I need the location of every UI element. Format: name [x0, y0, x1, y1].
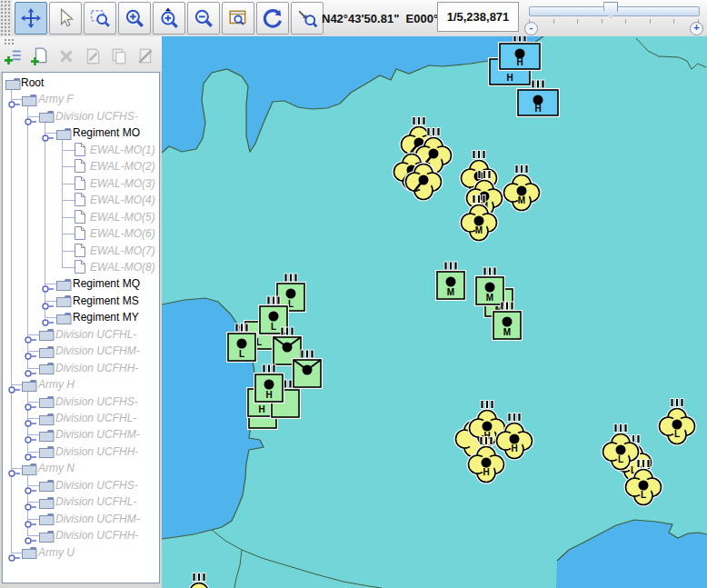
zoom-in-button[interactable] [118, 2, 151, 35]
delete-button [56, 45, 76, 67]
map-canvas[interactable]: HHHMMMMMMMLLLLHHHHHLLLL [162, 36, 707, 588]
tree-node-ewal-mo-8-[interactable]: EWAL-MO(8) [3, 259, 159, 275]
echelon-marks-III [501, 302, 513, 310]
tree-node-regiment-mq[interactable]: Regiment MQ [3, 275, 159, 292]
tree-toolbar-gripper[interactable] [4, 38, 15, 45]
tree-node-army-h[interactable]: Army H [3, 376, 159, 393]
echelon-marks-III [515, 165, 528, 174]
refresh-icon [262, 7, 284, 29]
echelon-marks-III [637, 460, 650, 468]
unit-letter: L [239, 349, 244, 359]
tree-node-army-u[interactable]: Army U [3, 544, 159, 561]
zoom-rect-button[interactable] [84, 2, 116, 35]
tree-node-label: EWAL-MO(6) [90, 227, 155, 240]
overview-button[interactable] [222, 2, 254, 35]
tree-node-label: Division UCFHL- [55, 328, 136, 341]
tree-node-label: Division UCFHM- [55, 428, 140, 441]
echelon-marks-III [281, 327, 294, 335]
tree-node-ewal-mo-7-[interactable]: EWAL-MO(7) [3, 243, 159, 259]
zoom-out-button[interactable] [187, 2, 220, 35]
tree-node-label: Regiment MS [73, 294, 139, 307]
tree-node-label: EWAL-MO(8) [90, 261, 155, 274]
tree-node-label: EWAL-MO(5) [90, 211, 155, 224]
slider-tick [553, 19, 554, 24]
tree-node-regiment-my[interactable]: Regiment MY [3, 309, 159, 325]
tree-node-regiment-mo[interactable]: Regiment MO [3, 125, 159, 141]
zoom-in-step-button[interactable] [153, 2, 185, 35]
unit-letter: M [503, 327, 511, 337]
tree-node-army-n[interactable]: Army N [3, 460, 159, 476]
zoom-selection-button[interactable] [291, 2, 324, 35]
tree-toolbar [0, 36, 162, 72]
echelon-marks-III [508, 414, 521, 422]
echelon-marks-III [481, 401, 493, 409]
scenario-sidebar: RootArmy FDivision UCFHS-Regiment MOEWAL… [0, 36, 162, 588]
echelon-marks-III [235, 324, 248, 332]
unit-letter: L [641, 490, 646, 500]
unit-letter: H [534, 104, 541, 114]
echelon-marks-III [263, 364, 275, 373]
refresh-button[interactable] [256, 2, 289, 35]
tree-node-label: Army U [38, 546, 75, 559]
echelon-marks-III [427, 128, 440, 136]
unit-letter: H [483, 467, 489, 477]
echelon-marks-III [473, 195, 485, 204]
map-view[interactable]: HHHMMMMMMMLLLLHHHHHLLLL [162, 36, 707, 588]
tree-node-label: Regiment MQ [73, 277, 140, 290]
slider-tick [698, 19, 699, 24]
toolbar-gripper[interactable] [0, 0, 12, 36]
unit-letter: L [271, 322, 276, 332]
tree-node-root[interactable]: Root [3, 75, 159, 91]
document-icon [75, 159, 85, 176]
map-scale-readout: 1/5,238,871 [437, 2, 519, 32]
tree-node-ewal-mo-3-[interactable]: EWAL-MO(3) [3, 175, 159, 192]
tree-node-label: EWAL-MO(3) [90, 177, 155, 190]
tree-node-ewal-mo-2-[interactable]: EWAL-MO(2) [3, 158, 159, 174]
tree-node-label: Division UCFHH- [55, 445, 138, 458]
echelon-marks-III [413, 117, 425, 125]
echelon-marks-III [513, 36, 526, 42]
main-toolbar: N42°43'50.81" E000°53'07.97" 1/5,238,871… [0, 0, 707, 37]
order-of-battle-tree[interactable]: RootArmy FDivision UCFHS-Regiment MOEWAL… [2, 72, 160, 583]
unit-letter: L [618, 454, 623, 464]
unit-letter: H [516, 57, 523, 67]
tree-node-regiment-ms[interactable]: Regiment MS [3, 293, 159, 309]
tree-expand-handle[interactable] [8, 549, 21, 565]
zoom-plus-button[interactable]: + [690, 22, 703, 35]
tree-node-ewal-mo-1-[interactable]: EWAL-MO(1) [3, 142, 159, 158]
select-button[interactable] [49, 2, 82, 35]
echelon-marks-III [614, 424, 627, 433]
unit-letter: M [486, 293, 493, 303]
tree-node-label: Division UCFHH- [55, 529, 138, 542]
zoom-selection-icon [296, 7, 318, 29]
document-icon [75, 143, 85, 160]
tree-node-label: Division UCFHS- [55, 110, 138, 123]
unit-letter: M [447, 287, 454, 297]
unit-letter: H [258, 404, 264, 414]
tree-node-ewal-mo-6-[interactable]: EWAL-MO(6) [3, 225, 159, 242]
folder-icon [22, 546, 37, 563]
slider-tick [673, 19, 674, 24]
tree-node-label: Root [21, 76, 44, 89]
echelon-marks-III [532, 80, 544, 88]
tree-node-label: EWAL-MO(4) [90, 194, 155, 206]
unit-letter: H [511, 443, 517, 453]
document-icon [75, 176, 85, 194]
add-group-button[interactable] [4, 45, 24, 67]
zoom-out-icon [193, 7, 214, 29]
edit-button [83, 45, 103, 67]
tree-node-label: Division UCFHL- [55, 495, 136, 508]
unit-letter: H [265, 390, 272, 400]
document-icon [75, 210, 85, 227]
zoom-slider[interactable]: - + [523, 0, 707, 36]
add-item-button[interactable] [30, 45, 50, 67]
slider-tick [529, 19, 530, 24]
tree-node-army-f[interactable]: Army F [3, 91, 159, 107]
unit-letter: M [475, 225, 483, 235]
zoom-minus-button[interactable]: - [524, 22, 538, 35]
tree-node-label: Division UCFHH- [55, 362, 138, 374]
pan-button[interactable] [15, 2, 47, 35]
tree-node-ewal-mo-4-[interactable]: EWAL-MO(4) [3, 192, 159, 208]
toolbar-buttons [15, 2, 324, 35]
tree-node-ewal-mo-5-[interactable]: EWAL-MO(5) [3, 209, 159, 225]
